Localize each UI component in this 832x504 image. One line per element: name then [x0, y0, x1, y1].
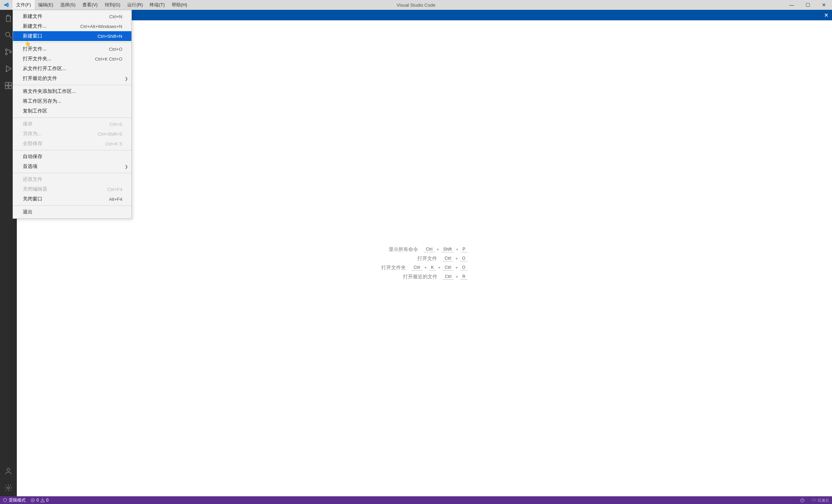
vscode-logo-icon [0, 2, 13, 8]
svg-rect-8 [9, 86, 12, 89]
shortcut-row: 打开文件夹Ctrl+K+Ctrl+O [381, 265, 468, 271]
file-menu-item[interactable]: 打开最近的文件❯ [13, 74, 131, 83]
svg-rect-7 [5, 86, 8, 89]
shortcut-row: 打开文件Ctrl+O [381, 256, 468, 262]
svg-point-4 [6, 71, 7, 72]
file-menu-dropdown: 新建文件Ctrl+N新建文件...Ctrl+Alt+Windows+N新建窗口C… [13, 10, 132, 219]
menu-item-shortcut: Ctrl+K S [105, 141, 122, 147]
shortcut-keys: Ctrl+R [443, 274, 468, 280]
menu-item-shortcut: Ctrl+N [109, 14, 122, 19]
menu-item-label: 首选项 [23, 163, 37, 170]
file-menu-item[interactable]: 关闭窗口Alt+F4 [13, 194, 131, 204]
restricted-mode-status[interactable]: 受限模式 [3, 497, 26, 503]
file-menu-item[interactable]: 从文件打开工作区... [13, 64, 131, 74]
titlebar: 文件(F)编辑(E)选择(S)查看(V)转到(G)运行(R)终端(T)帮助(H)… [0, 0, 832, 10]
file-menu-item[interactable]: 将工作区另存为... [13, 96, 131, 106]
key: Ctrl [443, 256, 453, 261]
shortcut-label: 打开文件夹 [381, 265, 406, 271]
file-menu-item: 另存为...Ctrl+Shift+S [13, 129, 131, 139]
menu-selection[interactable]: 选择(S) [57, 0, 79, 10]
menu-item-shortcut: Ctrl+S [110, 122, 122, 127]
problems-status[interactable]: 0 0 [30, 498, 48, 503]
menu-item-label: 还原文件 [23, 176, 42, 183]
shortcut-keys: Ctrl+Shift+P [424, 246, 468, 252]
svg-point-10 [7, 487, 9, 489]
menubar: 文件(F)编辑(E)选择(S)查看(V)转到(G)运行(R)终端(T)帮助(H) [13, 0, 191, 10]
svg-point-2 [6, 53, 7, 55]
svg-point-0 [6, 32, 10, 36]
file-menu-item[interactable]: 打开文件夹...Ctrl+K Ctrl+O [13, 54, 131, 64]
svg-rect-5 [5, 82, 8, 85]
shortcut-keys: Ctrl+K+Ctrl+O [411, 265, 468, 271]
close-window-button[interactable]: ✕ [816, 0, 832, 10]
menu-run[interactable]: 运行(R) [124, 0, 146, 10]
menu-item-label: 关闭编辑器 [23, 186, 47, 192]
menu-view[interactable]: 查看(V) [79, 0, 101, 10]
menu-item-shortcut: Ctrl+F4 [107, 187, 122, 192]
menu-item-label: 将文件夹添加到工作区... [23, 88, 76, 95]
menu-item-shortcut: Ctrl+Shift+N [97, 34, 122, 39]
error-count: 0 [36, 498, 39, 503]
plus-icon: + [456, 274, 458, 279]
key: K [429, 265, 436, 271]
menu-file[interactable]: 文件(F) [13, 0, 35, 10]
chevron-right-icon: ❯ [125, 76, 128, 81]
status-bar: 受限模式 0 0 亿速云 [0, 496, 832, 504]
window-title: Visual Studio Code [397, 2, 435, 8]
settings-gear-icon[interactable] [0, 479, 17, 496]
notification-bar: 所有功能。 管理 了解详细信息 ✕ [17, 10, 832, 20]
menu-item-label: 自动保存 [23, 154, 42, 160]
shortcut-keys: Ctrl+O [443, 256, 468, 261]
accounts-icon[interactable] [0, 463, 17, 479]
menu-terminal[interactable]: 终端(T) [146, 0, 168, 10]
menu-help[interactable]: 帮助(H) [168, 0, 191, 10]
menu-item-label: 全部保存 [23, 141, 42, 147]
key: Ctrl [443, 274, 454, 280]
notification-close-icon[interactable]: ✕ [824, 12, 828, 19]
svg-point-3 [10, 51, 12, 53]
menu-item-label: 退出 [23, 209, 33, 215]
shortcut-label: 打开最近的文件 [403, 274, 437, 280]
key: O [460, 256, 468, 261]
menu-item-shortcut: Ctrl+K Ctrl+O [95, 56, 122, 62]
file-menu-item[interactable]: 退出 [13, 207, 131, 217]
plus-icon: + [456, 247, 458, 252]
file-menu-item[interactable]: 打开文件...Ctrl+O [13, 44, 131, 54]
svg-point-9 [7, 468, 10, 471]
plus-icon: + [456, 265, 458, 270]
chevron-right-icon: ❯ [125, 164, 128, 169]
warning-count: 0 [46, 498, 49, 503]
menu-separator [13, 205, 131, 206]
menu-item-label: 打开最近的文件 [23, 75, 57, 82]
file-menu-item[interactable]: 自动保存 [13, 152, 131, 162]
menu-item-label: 保存 [23, 121, 33, 127]
file-menu-item[interactable]: 复制工作区 [13, 106, 131, 116]
menu-item-shortcut: Ctrl+Alt+Windows+N [80, 24, 122, 29]
restricted-mode-label: 受限模式 [9, 497, 26, 503]
menu-item-shortcut: Ctrl+Shift+S [98, 131, 122, 137]
shortcut-row: 打开最近的文件Ctrl+R [381, 274, 468, 280]
file-menu-item[interactable]: 首选项❯ [13, 162, 131, 171]
menu-item-label: 关闭窗口 [23, 196, 42, 202]
feedback-icon[interactable] [800, 498, 805, 503]
svg-point-1 [6, 49, 7, 51]
menu-item-label: 打开文件夹... [23, 56, 52, 62]
menu-go[interactable]: 转到(G) [101, 0, 124, 10]
minimize-button[interactable]: — [784, 0, 800, 10]
key: Ctrl [411, 265, 422, 271]
file-menu-item: 全部保存Ctrl+K S [13, 139, 131, 149]
watermark: 亿速云 [812, 498, 829, 503]
file-menu-item[interactable]: 新建文件Ctrl+N [13, 12, 131, 21]
menu-edit[interactable]: 编辑(E) [35, 0, 57, 10]
window-controls: — ☐ ✕ [784, 0, 832, 10]
shortcut-row: 显示所有命令Ctrl+Shift+P [381, 246, 468, 253]
menu-item-label: 从文件打开工作区... [23, 66, 66, 72]
maximize-button[interactable]: ☐ [800, 0, 816, 10]
file-menu-item[interactable]: 新建窗口Ctrl+Shift+N [13, 31, 131, 41]
key: P [461, 246, 468, 252]
file-menu-item[interactable]: 将文件夹添加到工作区... [13, 87, 131, 96]
menu-separator [13, 173, 131, 173]
menu-separator [13, 85, 131, 85]
file-menu-item[interactable]: 新建文件...Ctrl+Alt+Windows+N [13, 21, 131, 31]
key: Ctrl [424, 246, 435, 252]
